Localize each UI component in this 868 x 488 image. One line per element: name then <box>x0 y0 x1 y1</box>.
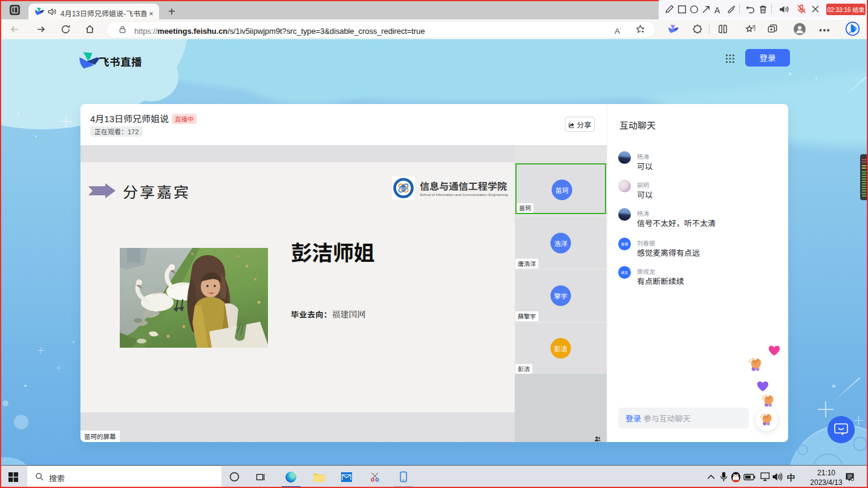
svg-text:UESTC: UESTC <box>399 187 408 190</box>
